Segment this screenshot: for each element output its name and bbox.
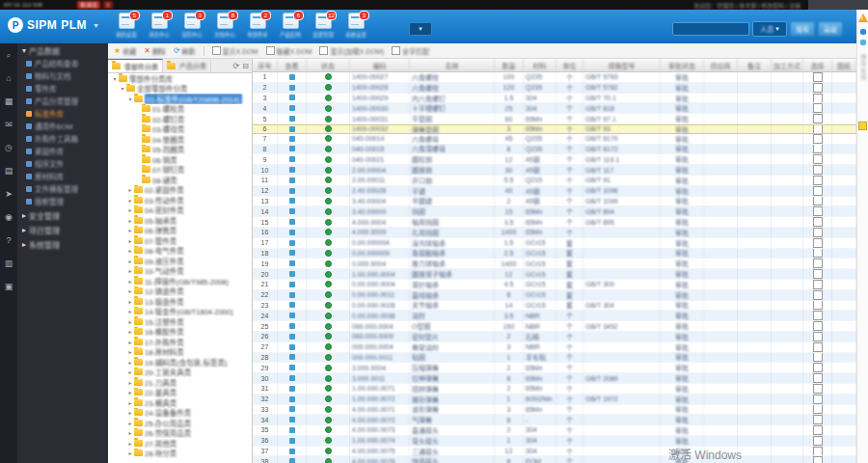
view-icon[interactable] xyxy=(289,260,295,266)
table-row[interactable]: 154.000.0004轴用挡圈3.565Mn个GB/T 895审批 xyxy=(253,217,856,228)
tree-node[interactable]: ▸25-办公用品类 xyxy=(108,418,252,428)
column-header[interactable]: 审批状态 xyxy=(661,59,704,71)
tree-node[interactable]: 01-螺栓类 xyxy=(108,104,252,115)
chevron-right-icon[interactable]: ▸ xyxy=(126,186,134,193)
column-header[interactable]: 状态 xyxy=(307,59,350,71)
table-row[interactable]: 230.00.000.0028关节轴承14GCr15套GB/T 304审批 xyxy=(253,301,856,312)
table-row[interactable]: 28000.000.0011毡圈1羊毛毡个审批 xyxy=(253,353,856,364)
row-checkbox[interactable] xyxy=(813,259,823,268)
table-row[interactable]: 201.00.000.0004圆锥滚子轴承12GCr15套审批 xyxy=(253,269,856,280)
view-icon[interactable] xyxy=(289,105,295,111)
chevron-right-icon[interactable]: ▸ xyxy=(126,399,134,406)
row-checkbox[interactable] xyxy=(813,301,823,311)
chevron-down-icon[interactable]: ▾ xyxy=(111,75,119,82)
row-checkbox[interactable] xyxy=(813,154,823,164)
view-icon[interactable] xyxy=(289,198,295,204)
checkbox-icon[interactable] xyxy=(319,46,328,55)
toolbar-item[interactable]: 3流程中心 xyxy=(177,13,207,41)
clock-icon[interactable]: ◷ xyxy=(0,136,17,159)
select-cell[interactable] xyxy=(803,395,832,404)
view-icon[interactable] xyxy=(289,449,295,454)
table-row[interactable]: 361.00.000.0074弯头接头1304个审批 xyxy=(253,436,856,447)
table-row[interactable]: 25060.000.0004O型圈150NBR个GB/T 3452审批 xyxy=(253,321,856,332)
tree-node[interactable]: ▸21-刀具类 xyxy=(108,377,252,388)
tree-node[interactable]: ▸06-弹簧类 xyxy=(108,226,252,236)
tree-node[interactable]: ▸02-紧固件类 xyxy=(108,185,252,196)
select-cell[interactable] xyxy=(803,301,832,311)
toolbar-item[interactable]: 2零部件库 xyxy=(243,13,273,41)
tree-node[interactable]: ▸13-锻造件类 xyxy=(108,296,252,307)
table-row[interactable]: 190.000.0004推力球轴承1400GCr15套审批 xyxy=(253,259,856,269)
view-icon[interactable] xyxy=(289,292,295,298)
columns-icon[interactable]: ▥ xyxy=(0,252,17,275)
select-cell[interactable] xyxy=(803,145,832,154)
search-input[interactable] xyxy=(672,22,749,36)
row-checkbox[interactable] xyxy=(813,125,823,133)
row-checkbox[interactable] xyxy=(813,405,823,415)
column-header[interactable]: 规格型号 xyxy=(583,59,661,71)
select-cell[interactable] xyxy=(803,415,832,424)
column-header[interactable]: 备注 xyxy=(738,59,772,71)
tree-node[interactable]: ▸26-劳保用品类 xyxy=(108,428,252,439)
search-button[interactable]: 搜索 xyxy=(790,21,815,37)
chevron-right-icon[interactable]: ▸ xyxy=(126,379,134,386)
chevron-right-icon[interactable]: ▸ xyxy=(126,389,134,395)
table-row[interactable]: 133.40.00004半圆键245钢个GB/T 1099审批 xyxy=(253,197,856,207)
table-row[interactable]: 303.000.0011拉伸弹簧865Mn个GB/T 2089审批 xyxy=(253,373,856,384)
select-cell[interactable] xyxy=(803,342,832,352)
table-row[interactable]: 164.000.0009孔用挡圈140065Mn个审批 xyxy=(253,228,856,238)
table-row[interactable]: 21400-00028六角螺栓120Q235个GB/T 5782审批 xyxy=(253,83,856,94)
report-icon[interactable]: ▣ xyxy=(0,275,17,298)
view-icon[interactable] xyxy=(289,313,295,318)
sidebar-section[interactable]: ▸安全管理 xyxy=(17,209,108,222)
view-icon[interactable] xyxy=(289,136,295,142)
tree-node[interactable]: ▸12-铸造件类 xyxy=(108,286,252,297)
table-row[interactable]: 41400-00030十字槽螺钉25304个GB/T 818审批 xyxy=(253,103,856,114)
column-header[interactable]: 数量 xyxy=(495,59,524,71)
view-icon[interactable] xyxy=(289,365,295,370)
search-scope-select[interactable]: 人员 ▾ xyxy=(752,21,787,37)
row-checkbox[interactable] xyxy=(813,342,823,352)
row-checkbox[interactable] xyxy=(813,176,823,185)
view-icon[interactable] xyxy=(289,334,295,340)
table-row[interactable]: 384.00.000.0076快插接头8POM个审批 xyxy=(253,456,856,463)
table-row[interactable]: 112.00.00011开口销5.5Q215个GB/T 91审批 xyxy=(253,176,856,186)
tree-node[interactable]: ▸07-管件类 xyxy=(108,235,252,246)
tree-node[interactable]: ▸20-工装夹具类 xyxy=(108,368,252,378)
view-icon[interactable] xyxy=(289,250,295,256)
toolbar-item[interactable]: 6产品结构 xyxy=(276,13,306,41)
view-icon[interactable] xyxy=(289,282,295,287)
option-checkbox[interactable]: 隐藏X.DOM xyxy=(266,46,312,56)
view-cell[interactable] xyxy=(278,249,307,259)
column-header[interactable]: 序号 xyxy=(253,59,278,71)
tree-node[interactable]: ▸08-电气件类 xyxy=(108,246,252,257)
tree-node[interactable]: ▸15-注塑件类 xyxy=(108,316,252,327)
select-cell[interactable] xyxy=(803,94,832,103)
tree-node[interactable]: 02-螺钉类 xyxy=(108,114,252,124)
table-row[interactable]: 240.00.000.0038油封3.5NBR个审批 xyxy=(253,311,856,321)
column-header[interactable]: 加工方式 xyxy=(772,59,803,71)
tree-node[interactable]: ▸18-原材料类 xyxy=(108,347,252,358)
sidebar-item[interactable]: 程序文件 xyxy=(17,157,108,170)
row-checkbox[interactable] xyxy=(813,197,823,206)
tree-node[interactable]: ▸16-橡胶件类 xyxy=(108,327,252,338)
view-icon[interactable] xyxy=(289,344,295,350)
select-cell[interactable] xyxy=(803,363,832,372)
view-cell[interactable] xyxy=(278,259,307,268)
home-icon[interactable]: ⌂ xyxy=(0,67,17,90)
select-cell[interactable] xyxy=(803,186,832,196)
tree-tab[interactable]: 零部件分类 xyxy=(108,59,163,72)
sidebar-item[interactable]: 产品结构查询 xyxy=(17,57,108,69)
table-row[interactable]: 170.00.000004深沟球轴承1.5GCr15套审批 xyxy=(253,238,856,249)
select-cell[interactable] xyxy=(803,206,832,216)
select-cell[interactable] xyxy=(803,269,832,279)
chevron-right-icon[interactable]: ▸ xyxy=(126,368,134,375)
row-checkbox[interactable] xyxy=(813,353,823,363)
row-checkbox[interactable] xyxy=(813,238,823,248)
tree-node[interactable]: ▸04-密封件类 xyxy=(108,205,252,216)
table-row[interactable]: 11400-00027六角螺栓100Q235个GB/T 5783审批 xyxy=(253,72,856,83)
select-cell[interactable] xyxy=(803,134,832,144)
view-cell[interactable] xyxy=(278,94,307,103)
search-icon[interactable]: ⌕ xyxy=(0,43,17,67)
tree-tab[interactable]: 产品分类 xyxy=(163,60,211,72)
